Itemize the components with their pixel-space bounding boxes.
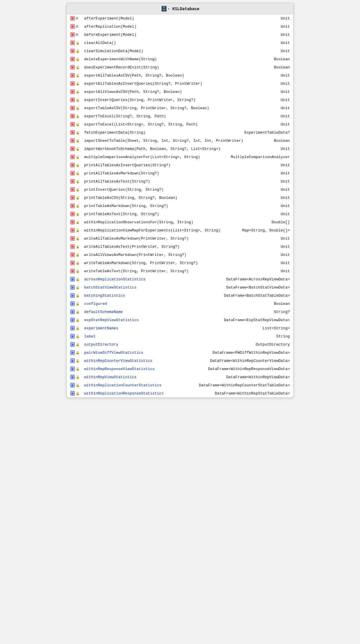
- list-item[interactable]: m🔒importWorkbookToSchema(Path, Boolean, …: [67, 145, 293, 153]
- list-item[interactable]: m🔒deleteExperimentWithName(String)Boolea…: [67, 55, 293, 63]
- member-type: Unit: [281, 171, 290, 176]
- list-item[interactable]: mafterExperiment(Model)Unit: [67, 14, 293, 22]
- row-icons: m: [70, 24, 84, 29]
- member-type: Unit: [281, 261, 290, 265]
- row-icons: m🔒: [70, 163, 84, 167]
- row-icons: p🔒: [70, 358, 84, 363]
- member-type: Map<String, Double[]>: [242, 228, 290, 233]
- member-name: afterExperiment(Model): [84, 16, 281, 21]
- visibility-green-icon: 🔒: [76, 359, 80, 363]
- list-item[interactable]: p🔒configuredBoolean: [67, 300, 293, 308]
- visibility-green-icon: 🔒: [76, 114, 80, 118]
- list-item[interactable]: p🔒withinReplicationResponseStatisticsDat…: [67, 389, 293, 397]
- list-item[interactable]: m🔒exportInsertQueries(String, PrintWrite…: [67, 96, 293, 104]
- list-item[interactable]: p🔒pairWiseDiffViewStatisticsDataFrame<PW…: [67, 348, 293, 357]
- list-item[interactable]: m🔒writeTableAsMarkdown(String, PrintWrit…: [67, 259, 293, 267]
- member-name: printAllTablesAsInsertQueries(String?): [84, 163, 281, 167]
- member-type: List<String>: [262, 326, 290, 330]
- method-badge: m: [70, 269, 75, 273]
- list-item[interactable]: m🔒printTableAsMarkdown(String, String?)U…: [67, 202, 293, 210]
- list-item[interactable]: p🔒acrossReplicationStatisticsDataFrame<A…: [67, 275, 293, 283]
- list-item[interactable]: mbeforeExperiment(Model)Unit: [67, 31, 293, 39]
- list-item[interactable]: p🔒experimentNamesList<String>: [67, 324, 293, 332]
- list-item[interactable]: p🔒withinRepCounterViewStatisticsDataFram…: [67, 357, 293, 365]
- list-item[interactable]: m🔒exportTableAsCSV(String, PrintWriter, …: [67, 104, 293, 112]
- member-type: Unit: [281, 122, 290, 127]
- list-item[interactable]: p🔒withinReplicationCounterStatisticsData…: [67, 381, 293, 389]
- list-item[interactable]: p🔒outputDirectoryOutputDirectory: [67, 340, 293, 348]
- list-item[interactable]: mafterReplication(Model)Unit: [67, 22, 293, 31]
- visibility-green-icon: 🔒: [76, 41, 80, 45]
- visibility-green-icon: 🔒: [76, 236, 80, 240]
- property-badge: p: [70, 358, 75, 363]
- member-type: Boolean: [274, 139, 290, 143]
- list-item[interactable]: p🔒withinRepViewStatisticsDataFrame<Withi…: [67, 373, 293, 381]
- visibility-green-icon: 🔒: [76, 375, 80, 379]
- row-icons: m🔒: [70, 171, 84, 176]
- list-item[interactable]: m🔒printAllTablesAsMarkdown(String?)Unit: [67, 169, 293, 177]
- member-type: Boolean: [274, 57, 290, 61]
- list-item[interactable]: m🔒exportAllTablesAsInsertQueries(String?…: [67, 79, 293, 88]
- list-item[interactable]: m🔒clearAllData()Unit: [67, 39, 293, 47]
- member-type: Unit: [281, 253, 290, 257]
- visibility-green-icon: 🔒: [76, 293, 80, 298]
- list-item[interactable]: m🔒exportToExcel(String?, String, Path)Un…: [67, 112, 293, 120]
- row-icons: p🔒: [70, 334, 84, 339]
- list-item[interactable]: m🔒fetchExperimentData(String)ExperimentT…: [67, 128, 293, 137]
- method-badge: m: [70, 195, 75, 200]
- member-type: Unit: [281, 82, 290, 86]
- list-item[interactable]: m🔒printInsertQueries(String, String?)Uni…: [67, 185, 293, 194]
- member-type: Unit: [281, 269, 290, 273]
- list-item[interactable]: m🔒printTableAsCSV(String, String?, Boole…: [67, 194, 293, 202]
- member-type: Unit: [281, 90, 290, 94]
- member-type: Unit: [281, 98, 290, 102]
- member-name: printTableAsMarkdown(String, String?): [84, 204, 281, 208]
- list-item[interactable]: m🔒writeAllTablesAsMarkdown(PrintWriter, …: [67, 234, 293, 243]
- visibility-circle-icon: [76, 33, 78, 36]
- member-name: exportToExcel(List<String>, String?, Str…: [84, 122, 281, 127]
- list-item[interactable]: m🔒clearSimulationData(Model)Unit: [67, 47, 293, 55]
- visibility-green-icon: 🔒: [76, 90, 80, 94]
- list-item[interactable]: m🔒withinReplicationObservationsFor(Strin…: [67, 218, 293, 226]
- list-item[interactable]: m🔒writeAllTablesAsText(PrintWriter, Stri…: [67, 243, 293, 251]
- method-badge: m: [70, 65, 75, 70]
- visibility-green-icon: 🔒: [76, 228, 80, 232]
- visibility-green-icon: 🔒: [76, 351, 80, 355]
- list-item[interactable]: m🔒printAllTablesAsText(String?)Unit: [67, 177, 293, 185]
- list-item[interactable]: p🔒batchingStatisticsDataFrame<BatchStatT…: [67, 291, 293, 300]
- list-item[interactable]: m🔒withinReplicationViewMapForExperiments…: [67, 226, 293, 234]
- list-item[interactable]: m🔒importSheetToTable(Sheet, String, Int,…: [67, 137, 293, 145]
- member-name: writeAllTablesAsText(PrintWriter, String…: [84, 245, 281, 249]
- row-icons: p🔒: [70, 383, 84, 388]
- content-area: mafterExperiment(Model)UnitmafterReplica…: [67, 14, 293, 397]
- list-item[interactable]: m🔒exportAllViewsAsCSV(Path, String?, Boo…: [67, 88, 293, 96]
- member-type: DataFrame<WithinRepViewData>: [226, 375, 290, 379]
- member-type: DataFrame<WithinRepResponseViewData>: [208, 367, 290, 371]
- list-item[interactable]: p🔒batchStatViewStatisticsDataFrame<Batch…: [67, 283, 293, 291]
- list-item[interactable]: m🔒multipleComparisonAnalyzerFor(List<Str…: [67, 153, 293, 161]
- member-type: DataFrame<BatchStatViewData>: [226, 285, 290, 290]
- member-name: exportAllTablesAsInsertQueries(String?, …: [84, 82, 281, 86]
- member-type: Unit: [281, 147, 290, 151]
- row-icons: m🔒: [70, 130, 84, 135]
- member-name: importSheetToTable(Sheet, String, Int, S…: [84, 139, 274, 143]
- method-badge: m: [70, 114, 75, 118]
- row-icons: m🔒: [70, 146, 84, 151]
- list-item[interactable]: p🔒expStatRepViewStatisticsDataFrame<ExpS…: [67, 316, 293, 324]
- list-item[interactable]: m🔒exportAllTablesAsCSV(Path, String?, Bo…: [67, 71, 293, 79]
- method-badge: m: [70, 122, 75, 127]
- list-item[interactable]: m🔒printTableAsText(String, String?)Unit: [67, 210, 293, 218]
- method-badge: m: [70, 163, 75, 167]
- list-item[interactable]: m🔒exportToExcel(List<String>, String?, S…: [67, 120, 293, 128]
- row-icons: m🔒: [70, 220, 84, 224]
- list-item[interactable]: m🔒writeAllViewsAsMarkdown(PrintWriter, S…: [67, 251, 293, 259]
- member-type: Unit: [281, 24, 290, 29]
- list-item[interactable]: m🔒doesExperimentRecordExist(String)Boole…: [67, 63, 293, 71]
- list-item[interactable]: p🔒defaultSchemaNameString?: [67, 308, 293, 316]
- list-item[interactable]: p🔒withinRepResponseViewStatisticsDataFra…: [67, 365, 293, 373]
- list-item[interactable]: p🔒labelString: [67, 332, 293, 340]
- list-item[interactable]: m🔒printAllTablesAsInsertQueries(String?)…: [67, 161, 293, 169]
- visibility-green-icon: 🔒: [76, 147, 80, 151]
- visibility-green-icon: 🔒: [76, 269, 80, 273]
- list-item[interactable]: m🔒writeTableAsText(String, PrintWriter, …: [67, 267, 293, 275]
